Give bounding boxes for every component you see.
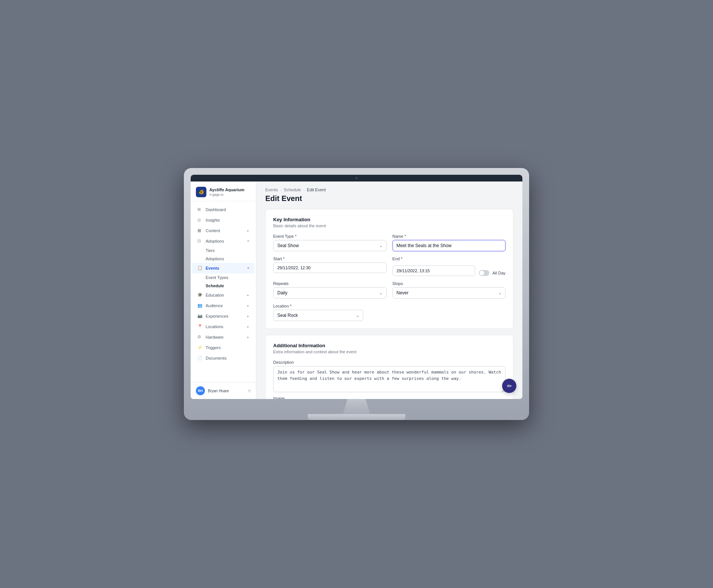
start-end-row: Start * End * All D xyxy=(273,256,505,276)
main-content: Events › Schedule › Edit Event Edit Even… xyxy=(256,182,522,399)
locations-icon: 📍 xyxy=(197,324,203,329)
stops-group: Stops Never xyxy=(393,281,506,298)
start-input[interactable] xyxy=(273,262,387,273)
end-group: End * All Day xyxy=(393,256,506,276)
hardware-icon: ⚙ xyxy=(197,334,203,340)
sidebar-label-triggers: Triggers xyxy=(206,345,221,350)
hardware-chevron: ▸ xyxy=(247,335,249,339)
description-group: Description Join us for our Seal Show an… xyxy=(273,360,505,392)
event-name-row: Event Type * Seal Show Name * xyxy=(273,234,505,251)
image-label: Image xyxy=(273,396,505,399)
breadcrumb-schedule[interactable]: Schedule xyxy=(284,188,301,192)
end-label: End * xyxy=(393,256,506,261)
event-type-group: Event Type * Seal Show xyxy=(273,234,387,251)
audience-chevron: ▸ xyxy=(247,304,249,308)
sidebar-sub-event-types[interactable]: Event Types xyxy=(192,273,254,282)
all-day-toggle-row: All Day xyxy=(479,262,505,276)
page-title: Edit Event xyxy=(265,194,513,203)
stand-base xyxy=(308,414,405,420)
logout-icon[interactable]: ⎋ xyxy=(248,388,251,393)
sidebar-label-locations: Locations xyxy=(206,324,223,329)
end-input[interactable] xyxy=(393,266,475,276)
event-type-label: Event Type * xyxy=(273,234,387,238)
sidebar-footer: BH Bryan Hoare ⎋ xyxy=(191,382,256,399)
adoptions-chevron: ▾ xyxy=(247,239,249,243)
audience-icon: 👥 xyxy=(197,303,203,308)
edit-fab-icon: ✏ xyxy=(507,382,512,390)
sidebar-sub-tiers[interactable]: Tiers xyxy=(192,246,254,255)
brand-logo: 🐠 xyxy=(196,187,206,197)
sidebar-item-hardware[interactable]: ⚙ Hardware ▸ xyxy=(192,332,254,342)
breadcrumb-events[interactable]: Events xyxy=(265,188,278,192)
sidebar-sub-adoptions[interactable]: Adoptions xyxy=(192,255,254,263)
monitor-stand xyxy=(191,399,522,420)
locations-chevron: ▸ xyxy=(247,325,249,328)
start-group: Start * xyxy=(273,256,387,276)
content-chevron: ▸ xyxy=(247,229,249,232)
user-name: Bryan Hoare xyxy=(208,389,245,393)
name-group: Name * xyxy=(393,234,506,251)
key-information-card: Key Information Basic details about the … xyxy=(265,209,513,329)
description-textarea[interactable]: Join us for our Seal Show and hear more … xyxy=(273,366,505,392)
additional-info-subtitle: Extra information and context about the … xyxy=(273,350,505,354)
events-chevron: ▾ xyxy=(247,266,249,270)
stops-select-wrapper: Never xyxy=(393,287,506,298)
sidebar-label-adoptions: Adoptions xyxy=(206,239,224,243)
experiences-chevron: ▸ xyxy=(247,314,249,318)
sidebar-label-content: Content xyxy=(206,228,220,233)
sidebar-item-experiences[interactable]: 📷 Experiences ▸ xyxy=(192,311,254,321)
stops-label: Stops xyxy=(393,281,506,286)
sidebar-label-experiences: Experiences xyxy=(206,314,229,318)
sidebar-item-insights[interactable]: ◎ Insights xyxy=(192,215,254,225)
toggle-knob xyxy=(480,271,484,275)
dashboard-icon: ⊞ xyxy=(197,207,203,212)
sidebar-label-insights: Insights xyxy=(206,218,220,222)
sidebar-item-adoptions[interactable]: ⊡ Adoptions ▾ xyxy=(192,236,254,246)
sidebar-item-events[interactable]: 📋 Events ▾ xyxy=(192,263,254,273)
education-icon: 🎓 xyxy=(197,292,203,298)
sidebar-label-events: Events xyxy=(206,266,219,270)
sidebar-item-audience[interactable]: 👥 Audience ▸ xyxy=(192,300,254,311)
description-label: Description xyxy=(273,360,505,364)
repeats-stops-row: Repeats Daily Stops Never xyxy=(273,281,505,298)
sidebar-sub-schedule[interactable]: Schedule xyxy=(192,282,254,290)
start-label: Start * xyxy=(273,256,387,261)
repeats-select[interactable]: Daily xyxy=(273,287,387,298)
documents-icon: 📄 xyxy=(197,356,203,361)
breadcrumb-sep2: › xyxy=(303,188,305,192)
event-type-select-wrapper: Seal Show xyxy=(273,240,387,251)
brand-section: 🐠 Aycliffe Aquarium n-gage.io xyxy=(191,182,256,201)
experiences-icon: 📷 xyxy=(197,314,203,319)
sidebar-label-hardware: Hardware xyxy=(206,335,224,339)
event-type-select[interactable]: Seal Show xyxy=(273,240,387,251)
brand-sub: n-gage.io xyxy=(209,193,244,196)
all-day-label: All Day xyxy=(492,271,505,275)
insights-icon: ◎ xyxy=(197,218,203,223)
content-icon: ▦ xyxy=(197,228,203,233)
name-input[interactable] xyxy=(393,240,506,251)
sidebar-item-documents[interactable]: 📄 Documents xyxy=(192,353,254,363)
sidebar-item-triggers[interactable]: ⚡ Triggers xyxy=(192,342,254,353)
stand-neck xyxy=(334,399,379,414)
breadcrumb-edit-event: Edit Event xyxy=(307,188,326,192)
all-day-toggle[interactable] xyxy=(479,270,489,276)
location-group: Location * Seal Rock xyxy=(273,304,363,321)
repeats-label: Repeats xyxy=(273,281,387,286)
sidebar-label-documents: Documents xyxy=(206,356,227,360)
sidebar-label-education: Education xyxy=(206,293,224,297)
location-select[interactable]: Seal Rock xyxy=(273,310,363,321)
education-chevron: ▸ xyxy=(247,293,249,297)
sidebar: 🐠 Aycliffe Aquarium n-gage.io ⊞ Dashboar… xyxy=(191,182,256,399)
stops-select[interactable]: Never xyxy=(393,287,506,298)
sidebar-item-content[interactable]: ▦ Content ▸ xyxy=(192,225,254,236)
sidebar-item-locations[interactable]: 📍 Locations ▸ xyxy=(192,321,254,332)
sidebar-nav: ⊞ Dashboard ◎ Insights ▦ Content ▸ xyxy=(191,201,256,382)
edit-fab[interactable]: ✏ xyxy=(502,379,516,393)
additional-info-card: Additional Information Extra information… xyxy=(265,335,513,399)
breadcrumb: Events › Schedule › Edit Event xyxy=(265,188,513,192)
sidebar-item-education[interactable]: 🎓 Education ▸ xyxy=(192,290,254,300)
repeats-group: Repeats Daily xyxy=(273,281,387,298)
sidebar-item-dashboard[interactable]: ⊞ Dashboard xyxy=(192,204,254,215)
image-group: Image xyxy=(273,396,505,399)
location-label: Location * xyxy=(273,304,363,308)
